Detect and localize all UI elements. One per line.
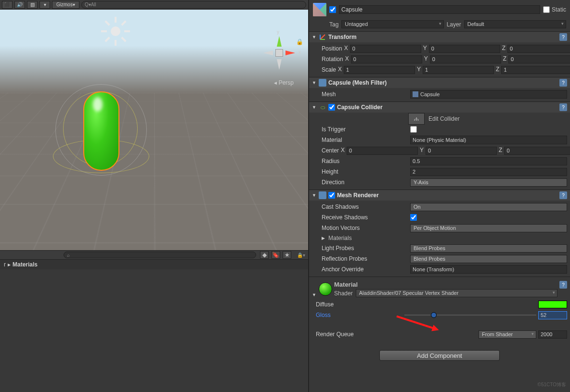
svg-marker-2 [285, 51, 295, 55]
collider-material-label: Material [322, 137, 408, 143]
direction-dropdown[interactable]: Y-Axis [410, 178, 567, 187]
scene-grid [0, 93, 308, 250]
motion-vectors-dropdown[interactable]: Per Object Motion [410, 224, 567, 232]
gameobject-active-checkbox[interactable] [329, 6, 336, 13]
reflection-probes-label: Reflection Probes [322, 255, 408, 262]
watermark: ©51CTO博客 [538, 381, 566, 388]
scale-x-input[interactable] [344, 66, 415, 74]
scale-label: Scale [322, 66, 336, 73]
rotation-z-input[interactable] [508, 55, 570, 63]
position-x-input[interactable] [350, 45, 421, 53]
audio-toggle-button[interactable]: 🔊 [14, 1, 25, 9]
orientation-gizmo[interactable]: x y [262, 36, 296, 70]
scale-z-input[interactable] [501, 66, 570, 74]
diffuse-color-swatch[interactable] [538, 301, 567, 308]
receive-shadows-label: Receive Shadows [322, 214, 408, 221]
collider-fold-icon[interactable]: ▼ [312, 105, 317, 110]
directional-light-gizmo [101, 17, 130, 46]
rotation-y-input[interactable] [430, 55, 501, 63]
rotation-label: Rotation [322, 56, 343, 63]
center-z-input[interactable] [504, 147, 570, 155]
axis-x-label: x [298, 50, 301, 55]
shader-dropdown[interactable]: AladdinShader/07 Specular Vertex Shader [356, 289, 557, 297]
position-z-input[interactable] [507, 45, 570, 53]
gloss-slider-thumb[interactable] [431, 312, 437, 318]
material-title: Material [334, 281, 557, 288]
capsule-gameobject[interactable] [53, 72, 149, 188]
projection-label[interactable]: ◂ Persp [274, 79, 294, 86]
renderer-icon [319, 191, 326, 199]
project-content[interactable] [0, 269, 308, 392]
direction-label: Direction [322, 179, 408, 186]
reflection-probes-dropdown[interactable]: Blend Probes [410, 255, 567, 263]
physicmaterial-objectfield[interactable]: None (Physic Material) [410, 136, 567, 144]
static-label: Static [552, 6, 566, 13]
render-queue-input[interactable] [538, 330, 567, 339]
meshfilter-fold-icon[interactable]: ▼ [312, 80, 317, 85]
height-label: Height [322, 168, 408, 175]
shaded-mode-button[interactable]: ⬛ [2, 1, 13, 9]
renderer-enabled-checkbox[interactable] [328, 192, 335, 199]
gloss-slider[interactable] [404, 315, 536, 316]
cast-shadows-dropdown[interactable]: On [410, 203, 567, 211]
scene-lock-icon[interactable]: 🔒 [296, 38, 303, 45]
material-fold-icon[interactable]: ▼ [312, 292, 317, 297]
radius-input[interactable] [410, 157, 567, 165]
help-icon[interactable]: ? [559, 33, 567, 41]
radius-label: Radius [322, 158, 408, 164]
help-icon[interactable]: ? [559, 191, 567, 199]
collider-icon: ⬭ [319, 103, 326, 111]
project-search-input[interactable]: ⌕ [64, 252, 256, 258]
scene-search-input[interactable]: Q▾All [81, 1, 306, 9]
edit-collider-button[interactable]: ሐ [408, 113, 425, 125]
favorite-button[interactable]: ★ [283, 251, 291, 259]
cast-shadows-label: Cast Shadows [322, 203, 408, 210]
height-input[interactable] [410, 168, 567, 176]
renderer-fold-icon[interactable]: ▼ [312, 193, 317, 198]
center-y-input[interactable] [426, 147, 497, 155]
axis-y-label: y [277, 29, 279, 35]
render-queue-label: Render Queue [316, 331, 402, 338]
mesh-label: Mesh [322, 91, 408, 98]
transform-fold-icon[interactable]: ▼ [312, 35, 317, 39]
project-toolbar: ⌕ ◆ 🔖 ★ 🔒▾ [0, 250, 308, 260]
add-component-button[interactable]: Add Component [379, 350, 500, 361]
lightprobes-dropdown[interactable]: Blend Probes [410, 244, 567, 253]
position-label: Position [322, 45, 342, 52]
render-queue-dropdown[interactable]: From Shader [479, 330, 536, 339]
mesh-objectfield[interactable]: Capsule [410, 90, 567, 99]
position-y-input[interactable] [429, 45, 500, 53]
help-icon[interactable]: ? [559, 79, 567, 87]
panel-lock-icon[interactable]: 🔒▾ [297, 253, 305, 258]
gloss-label: Gloss [316, 312, 402, 318]
svg-marker-3 [263, 51, 273, 55]
meshfilter-icon [319, 79, 326, 87]
help-icon[interactable]: ? [559, 281, 567, 289]
search-by-label-button[interactable]: 🔖 [272, 251, 280, 259]
project-breadcrumb[interactable]: r ▸ Materials [0, 260, 308, 269]
layer-dropdown[interactable]: Default [464, 20, 566, 28]
center-x-input[interactable] [347, 147, 418, 155]
static-checkbox[interactable] [543, 6, 550, 13]
gizmos-dropdown[interactable]: Gizmos ▾ [52, 1, 79, 9]
scene-view[interactable]: 🔒 x y ◂ Persp [0, 10, 308, 250]
gameobject-name-input[interactable] [339, 5, 540, 14]
collider-enabled-checkbox[interactable] [328, 104, 335, 111]
scale-y-input[interactable] [423, 66, 494, 74]
materials-fold-icon[interactable]: ▶ [322, 236, 326, 240]
tag-dropdown[interactable]: Untagged [341, 20, 443, 28]
help-icon[interactable]: ? [559, 103, 567, 111]
rotation-x-input[interactable] [351, 55, 422, 63]
meshfilter-title: Capsule (Mesh Filter) [328, 79, 557, 86]
gameobject-icon[interactable] [313, 3, 326, 16]
anchor-override-label: Anchor Override [322, 266, 408, 273]
gizmos-toggle-button[interactable]: ▾ [39, 1, 50, 9]
material-preview-icon [319, 282, 332, 296]
search-by-type-button[interactable]: ◆ [260, 251, 269, 259]
receive-shadows-checkbox[interactable] [410, 214, 417, 221]
shader-label: Shader [334, 290, 353, 297]
trigger-checkbox[interactable] [410, 126, 417, 133]
gloss-value-input[interactable] [538, 311, 567, 319]
anchor-override-objectfield[interactable]: None (Transform) [410, 265, 567, 274]
fx-toggle-button[interactable]: ▧ [27, 1, 38, 9]
